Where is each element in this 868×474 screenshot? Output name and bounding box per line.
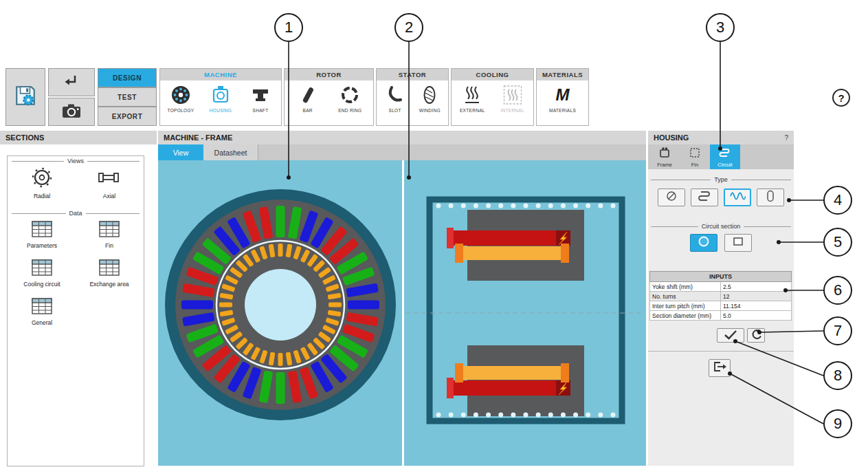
ribbon-item-label: HOUSING [210,108,232,113]
divider [648,351,794,352]
check-icon [723,329,738,343]
radial-view-icon [32,167,52,191]
sidebar-item-axial[interactable]: Axial [76,167,142,200]
wave-icon [729,190,746,205]
callout-1: 1 [274,13,303,42]
tab-view[interactable]: View [158,144,203,160]
sections-panel: SECTIONS Views Radial [0,131,157,466]
inputs-header: INPUTS [650,272,792,282]
input-value[interactable]: 2.5 [721,282,792,292]
input-label: Section diameter (mm) [650,311,721,321]
sidebar-item-radial[interactable]: Radial [9,167,75,200]
views-group-label: Views [12,158,140,164]
type-axial-button[interactable] [691,188,718,206]
none-icon [664,190,679,205]
undo-icon [750,329,762,343]
table-icon [32,259,52,279]
materials-button[interactable]: M MATERIALS [541,83,585,113]
type-group-label: Type [651,176,791,183]
ribbon-item-label: EXTERNAL [460,108,485,113]
winding-button[interactable]: WINDING [413,83,446,113]
sections-panel-title: SECTIONS [0,131,157,144]
data-group-label: Data [12,210,140,217]
sidebar-item-parameters[interactable]: Parameters [9,221,75,249]
external-cooling-button[interactable]: EXTERNAL [453,83,491,113]
back-arrow-button[interactable] [48,68,95,96]
design-mode-button[interactable]: DESIGN [98,68,157,87]
rectangle-section-icon [731,235,745,251]
callout-8: 8 [823,361,852,390]
main-tab-bar: View Datasheet [158,144,646,160]
housing-body: Type [648,169,794,466]
circuit-icon [719,147,731,160]
tab-datasheet[interactable]: Datasheet [203,144,258,160]
section-circle-button[interactable] [690,234,717,252]
external-cooling-icon [462,83,482,107]
ribbon-item-label: SLOT [389,108,401,113]
input-value[interactable]: 12 [721,292,792,301]
sidebar-item-label: Parameters [27,242,57,249]
bar-button[interactable]: BAR [289,83,327,113]
camera-icon [62,103,81,121]
table-icon [32,221,52,240]
tab-fin[interactable]: Fin [680,144,710,169]
frame-icon [658,147,671,160]
type-capsule-button[interactable] [757,188,784,206]
sidebar-item-exchange-area[interactable]: Exchange area [76,259,142,288]
input-label: Yoke shift (mm) [650,282,721,292]
screenshot-button[interactable] [48,98,95,126]
tab-circuit[interactable]: Circuit [710,144,740,169]
ribbon-item-label: BAR [303,108,313,113]
ribbon-item-label: INTERNAL [500,108,524,113]
tab-label: Frame [657,162,672,168]
sidebar-item-general[interactable]: General [9,298,75,326]
ribbon-group-title: STATOR [377,69,448,80]
save-button[interactable] [5,68,45,126]
topology-button[interactable]: TOPOLOGY [162,83,200,113]
export-icon [712,360,727,376]
internal-cooling-button: INTERNAL [493,83,532,113]
shaft-button[interactable]: SHAFT [241,83,280,113]
housing-button[interactable]: HOUSING [201,83,240,113]
radial-view-canvas[interactable] [158,160,402,466]
circle-section-icon [697,235,711,251]
input-value[interactable]: 5.0 [721,311,792,321]
table-icon [32,298,52,317]
main-panel-title: MACHINE - FRAME [158,131,646,144]
end-ring-button[interactable]: END RING [331,83,369,113]
input-value[interactable]: 11.154 [721,301,792,311]
materials-icon: M [556,83,570,107]
input-label: Inter turn pitch (mm) [650,301,721,311]
back-arrow-icon [63,73,80,92]
axial-view-canvas[interactable] [404,160,646,466]
sidebar-item-fin[interactable]: Fin [76,221,142,249]
housing-help-icon[interactable]: ? [784,134,788,142]
ribbon-group-rotor: ROTOR BAR END RING [284,68,374,126]
sections-box: Views Radial [7,155,144,466]
ribbon-item-label: END RING [338,108,361,113]
internal-cooling-icon [502,83,523,107]
end-ring-icon [340,83,360,107]
tab-frame[interactable]: Frame [649,144,680,169]
type-wave-button[interactable] [724,188,751,206]
sidebar-item-cooling-circuit[interactable]: Cooling circuit [9,259,75,288]
capsule-icon [763,190,778,205]
callout-9: 9 [823,409,852,438]
table-row: Inter turn pitch (mm) 11.154 [650,301,792,311]
ribbon-group-title: ROTOR [285,69,373,80]
housing-panel: HOUSING ? Frame Fin [648,131,794,466]
section-rectangle-button[interactable] [724,234,752,252]
export-button[interactable] [709,359,731,377]
slot-button[interactable]: SLOT [379,83,412,113]
reset-button[interactable] [747,328,765,343]
export-mode-button[interactable]: EXPORT [98,107,157,126]
ribbon-group-title: COOLING [452,69,533,80]
sidebar-item-label: General [32,319,52,326]
apply-button[interactable] [717,328,744,343]
sidebar-item-label: Axial [103,193,115,200]
type-none-button[interactable] [658,188,685,206]
winding-icon [419,83,440,107]
ribbon-group-materials: MATERIALS M MATERIALS [536,68,589,126]
help-button[interactable]: ? [832,89,850,107]
test-mode-button[interactable]: TEST [98,87,157,107]
